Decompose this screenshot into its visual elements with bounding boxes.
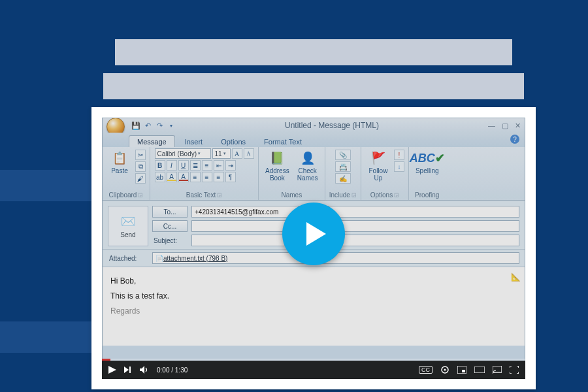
fullscreen-button[interactable]: [510, 366, 519, 374]
video-card[interactable]: 💾 ↶ ↷ ▾ Untitled - Message (HTML) — ▢ ✕ …: [91, 107, 536, 389]
bold-button[interactable]: B: [155, 160, 165, 171]
video-time: 0:00 / 1:30: [157, 367, 188, 374]
window-title: Untitled - Message (HTML): [180, 121, 484, 130]
paste-label: Paste: [111, 168, 128, 175]
signature-icon[interactable]: ✍: [335, 173, 351, 184]
cc-field[interactable]: [191, 220, 519, 232]
qat-chevron-down-icon[interactable]: ▾: [167, 121, 176, 130]
stack-card-mid: [103, 73, 524, 99]
dialog-launcher-icon[interactable]: ◲: [138, 192, 143, 198]
miniplayer-button[interactable]: [457, 366, 466, 374]
cast-button[interactable]: [493, 366, 502, 374]
align-center-icon[interactable]: ≡: [202, 172, 212, 182]
indent-right-icon[interactable]: ⇥: [225, 160, 236, 171]
high-importance-icon[interactable]: !: [394, 150, 404, 160]
group-basic-text: Calibri (Body)▾ 11▾ A A B I: [150, 147, 259, 200]
save-icon[interactable]: 💾: [131, 121, 140, 130]
to-button[interactable]: To...: [152, 206, 188, 218]
bullets-icon[interactable]: ≣: [190, 160, 201, 171]
format-painter-icon[interactable]: 🖌: [135, 173, 146, 184]
paste-icon: 📋: [111, 150, 128, 167]
ribbon: 📋 Paste ✂ ⧉ 🖌 Clipboard◲: [103, 147, 525, 201]
play-button[interactable]: [108, 366, 116, 374]
volume-button[interactable]: [140, 366, 149, 374]
spelling-button[interactable]: ABC✔ Spelling: [413, 148, 442, 176]
group-clipboard-label: Clipboard: [109, 191, 137, 199]
svg-rect-8: [474, 367, 485, 373]
group-clipboard: 📋 Paste ✂ ⧉ 🖌 Clipboard◲: [103, 147, 150, 200]
italic-button[interactable]: I: [167, 160, 177, 171]
redo-icon[interactable]: ↷: [155, 121, 164, 130]
minimize-button[interactable]: —: [488, 122, 495, 130]
chevron-down-icon: ▾: [198, 151, 201, 156]
help-icon[interactable]: ?: [510, 135, 519, 144]
shrink-font-icon[interactable]: A: [244, 148, 254, 159]
dialog-launcher-icon[interactable]: ◲: [351, 192, 357, 198]
ruler-icon[interactable]: 📐: [511, 270, 521, 285]
font-size-combo[interactable]: 11▾: [212, 148, 231, 159]
play-overlay-button[interactable]: [282, 203, 345, 265]
follow-up-button[interactable]: 🚩 Follow Up: [365, 148, 391, 183]
svg-rect-9: [493, 366, 502, 372]
align-left-icon[interactable]: ≡: [190, 172, 201, 182]
window-buttons: — ▢ ✕: [488, 122, 521, 130]
font-size-value: 11: [215, 150, 222, 157]
attach-file-icon[interactable]: 📎: [335, 150, 351, 160]
dialog-launcher-icon[interactable]: ◲: [217, 192, 222, 198]
font-name-value: Calibri (Body): [157, 150, 197, 157]
numbering-icon[interactable]: ≡: [202, 160, 212, 171]
video-controls: 0:00 / 1:30 CC: [102, 361, 525, 379]
address-book-button[interactable]: 📗 Address Book: [263, 148, 292, 183]
theater-button[interactable]: [474, 367, 485, 373]
close-button[interactable]: ✕: [515, 122, 521, 130]
tab-insert[interactable]: Insert: [176, 135, 212, 147]
paragraph-icon[interactable]: ¶: [225, 172, 236, 182]
svg-rect-7: [462, 370, 465, 372]
check-names-button[interactable]: 👤 Check Names: [295, 148, 321, 183]
stack-card-back: [115, 39, 512, 65]
group-proofing: ABC✔ Spelling Proofing: [409, 147, 446, 200]
svg-point-5: [444, 369, 446, 371]
attachment-chip[interactable]: attachment.txt (798 B): [163, 255, 227, 262]
spelling-icon: ABC✔: [419, 150, 436, 167]
group-options: 🚩 Follow Up ! ↓ Options◲: [361, 147, 409, 200]
send-button[interactable]: ✉️ Send: [108, 206, 148, 246]
tab-format-text[interactable]: Format Text: [255, 135, 310, 147]
cc-button[interactable]: Cc...: [152, 220, 188, 232]
settings-button[interactable]: [440, 365, 449, 374]
group-names-label: Names: [282, 191, 302, 199]
subject-field[interactable]: [191, 235, 519, 246]
tab-options[interactable]: Options: [212, 135, 254, 147]
to-value: +420313414515@gfifax.com: [195, 208, 278, 216]
dialog-launcher-icon[interactable]: ◲: [394, 192, 399, 198]
file-icon: 📄: [155, 255, 163, 262]
indent-left-icon[interactable]: ⇤: [214, 160, 224, 171]
tab-message[interactable]: Message: [129, 135, 175, 147]
attach-item-icon[interactable]: 📇: [335, 161, 351, 172]
next-button[interactable]: [124, 366, 132, 374]
low-importance-icon[interactable]: ↓: [394, 161, 404, 172]
grow-font-icon[interactable]: A: [232, 148, 242, 159]
body-line-3: Regards: [110, 304, 517, 319]
maximize-button[interactable]: ▢: [502, 122, 508, 130]
group-include-label: Include: [329, 191, 350, 199]
message-body[interactable]: 📐 Hi Bob, This is a test fax. Regards: [103, 267, 525, 346]
paste-button[interactable]: 📋 Paste: [106, 148, 133, 176]
check-names-label: Check Names: [297, 168, 318, 182]
attached-label: Attached:: [108, 255, 148, 262]
underline-button[interactable]: U: [178, 160, 189, 171]
font-color-icon[interactable]: A: [178, 172, 189, 182]
check-names-icon: 👤: [299, 150, 316, 167]
svg-marker-0: [108, 366, 116, 374]
undo-icon[interactable]: ↶: [143, 121, 152, 130]
align-right-icon[interactable]: ≡: [214, 172, 224, 182]
captions-button[interactable]: CC: [419, 366, 433, 374]
highlight-color-icon[interactable]: A: [167, 172, 177, 182]
font-name-combo[interactable]: Calibri (Body)▾: [155, 148, 211, 159]
copy-icon[interactable]: ⧉: [135, 161, 146, 172]
svg-marker-3: [140, 366, 144, 374]
clear-format-icon[interactable]: ab: [155, 172, 165, 182]
to-field[interactable]: +420313414515@gfifax.com: [191, 206, 519, 218]
group-options-label: Options: [370, 191, 393, 199]
cut-icon[interactable]: ✂: [135, 150, 146, 160]
